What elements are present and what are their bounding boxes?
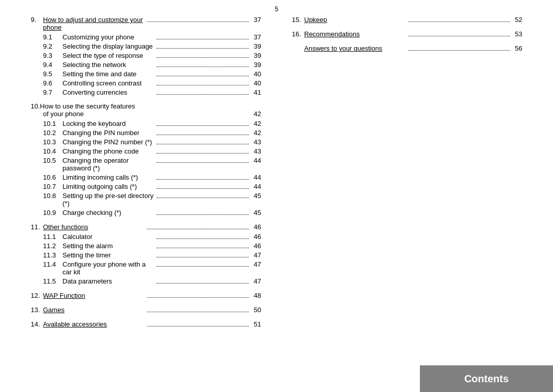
toc-sub-9-1: 9.1 Customizing your phone 37 <box>43 33 261 41</box>
sub-number-11-4: 11.4 <box>43 260 62 268</box>
sub-dots-10-9 <box>157 208 249 215</box>
sub-title-9-4: Selecting the network <box>62 61 155 69</box>
sub-number-9-2: 9.2 <box>43 42 62 50</box>
sub-page-10-6: 44 <box>251 173 261 181</box>
toc-sub-9-5: 9.5 Setting the time and date 40 <box>43 70 261 78</box>
sub-page-9-6: 40 <box>251 79 261 87</box>
toc-entry-10: 10. How to use the security features of … <box>31 102 261 118</box>
page-container: 5 9. How to adjust and customize your ph… <box>0 0 553 392</box>
sub-number-9-5: 9.5 <box>43 70 62 78</box>
sub-number-10-6: 10.6 <box>43 173 62 181</box>
toc-sub-entries-10: 10.1 Locking the keyboard 42 10.2 Changi… <box>31 119 261 216</box>
toc-sub-11-3: 11.3 Setting the timer 47 <box>43 251 261 259</box>
toc-section-16: 16. Recommendations 53 <box>292 30 522 38</box>
toc-sub-10-7: 10.7 Limiting outgoing calls (*) 44 <box>43 182 261 190</box>
sub-page-11-3: 47 <box>251 251 261 259</box>
toc-sub-11-2: 11.2 Setting the alarm 46 <box>43 242 261 250</box>
sub-number-10-4: 10.4 <box>43 147 62 155</box>
entry-title-15: Upkeep <box>304 16 406 24</box>
entry-title-10-line1: How to use the security features <box>40 102 135 110</box>
toc-entry-11: 11. Other functions 46 <box>31 223 261 231</box>
sub-title-11-5: Data parameters <box>62 277 155 285</box>
entry-number-14: 14. <box>31 320 43 328</box>
toc-sub-11-1: 11.1 Calculator 46 <box>43 232 261 241</box>
toc-entry-answers: Answers to your questions 56 <box>292 44 522 52</box>
sub-dots-10-1 <box>157 119 249 126</box>
entry-page-10: 42 <box>254 110 261 118</box>
toc-sub-10-1: 10.1 Locking the keyboard 42 <box>43 119 261 127</box>
sub-number-11-2: 11.2 <box>43 242 62 250</box>
entry-page-9: 37 <box>251 16 261 24</box>
sub-title-10-2: Changing the PIN number <box>62 129 155 137</box>
sub-title-9-1: Customizing your phone <box>62 33 155 41</box>
sub-dots-9-6 <box>157 79 249 85</box>
sub-dots-9-4 <box>157 60 249 67</box>
left-column: 9. How to adjust and customize your phon… <box>0 0 276 392</box>
entry-dots-14 <box>147 320 249 326</box>
toc-section-10: 10. How to use the security features of … <box>31 102 261 216</box>
toc-entry-13: 13. Games 50 <box>31 306 261 314</box>
sub-page-9-1: 37 <box>251 33 261 41</box>
sub-title-9-6: Controlling screen contrast <box>62 79 155 87</box>
sub-page-10-2: 42 <box>251 129 261 137</box>
toc-entry-9: 9. How to adjust and customize your phon… <box>31 15 261 31</box>
entry-page-11: 46 <box>251 223 261 231</box>
sub-page-9-7: 41 <box>251 89 261 96</box>
sub-dots-10-2 <box>157 128 249 135</box>
sub-page-10-3: 43 <box>251 138 261 146</box>
toc-sub-11-5: 11.5 Data parameters 47 <box>43 277 261 285</box>
entry-title-12: WAP Function <box>43 292 145 299</box>
sub-title-9-2: Selecting the display language <box>62 42 155 50</box>
sub-number-9-4: 9.4 <box>43 61 62 69</box>
sub-page-10-7: 44 <box>251 183 261 190</box>
toc-section-11: 11. Other functions 46 11.1 Calculator 4… <box>31 223 261 285</box>
sub-number-10-5: 10.5 <box>43 157 62 164</box>
entry-title-13: Games <box>43 306 145 314</box>
sub-page-10-1: 42 <box>251 120 261 127</box>
entry-number-15: 15. <box>292 16 304 24</box>
sub-number-9-7: 9.7 <box>43 89 62 96</box>
entry-number-12: 12. <box>31 292 43 299</box>
toc-section-12: 12. WAP Function 48 <box>31 291 261 299</box>
toc-section-15: 15. Upkeep 52 <box>292 15 522 24</box>
entry-number-11: 11. <box>31 223 43 231</box>
toc-sub-9-6: 9.6 Controlling screen contrast 40 <box>43 79 261 87</box>
sub-dots-11-3 <box>157 251 249 257</box>
sub-page-10-8: 45 <box>251 192 261 200</box>
sub-title-10-3: Changing the PIN2 number (*) <box>62 138 155 146</box>
toc-sub-9-3: 9.3 Select the type of response 39 <box>43 51 261 59</box>
sub-page-11-4: 47 <box>251 260 261 268</box>
entry-dots-13 <box>147 306 249 312</box>
sub-number-10-3: 10.3 <box>43 138 62 146</box>
toc-sub-entries-11: 11.1 Calculator 46 11.2 Setting the alar… <box>31 232 261 285</box>
sub-number-9-6: 9.6 <box>43 79 62 87</box>
sub-title-9-3: Select the type of response <box>62 52 155 59</box>
sub-title-10-9: Charge checking (*) <box>62 209 155 216</box>
toc-section-9: 9. How to adjust and customize your phon… <box>31 15 261 96</box>
toc-sub-9-7: 9.7 Converting currencies 41 <box>43 88 261 96</box>
sub-page-11-1: 46 <box>251 233 261 241</box>
toc-sub-10-2: 10.2 Changing the PIN number 42 <box>43 128 261 137</box>
sub-page-10-5: 44 <box>251 157 261 164</box>
entry-title-answers: Answers to your questions <box>304 45 406 52</box>
toc-entry-10-line1: 10. How to use the security features <box>31 102 261 110</box>
entry-title-11: Other functions <box>43 223 145 231</box>
sub-page-9-4: 39 <box>251 61 261 69</box>
entry-page-16: 53 <box>512 30 522 38</box>
entry-dots-answers <box>408 44 510 51</box>
entry-dots-11 <box>147 223 249 229</box>
sub-page-9-2: 39 <box>251 42 261 50</box>
sub-number-10-1: 10.1 <box>43 120 62 127</box>
entry-title-9: How to adjust and customize your phone <box>43 16 145 31</box>
sub-title-11-1: Calculator <box>62 233 155 241</box>
entry-page-answers: 56 <box>512 45 522 52</box>
sub-number-11-5: 11.5 <box>43 277 62 285</box>
sub-number-9-1: 9.1 <box>43 33 62 41</box>
entry-page-15: 52 <box>512 16 522 24</box>
sub-dots-11-5 <box>157 277 249 284</box>
entry-number-16: 16. <box>292 30 304 38</box>
sub-dots-10-3 <box>157 138 249 144</box>
sub-page-10-9: 45 <box>251 209 261 216</box>
entry-title-10-line2: of your phone <box>43 110 254 118</box>
sub-dots-9-3 <box>157 51 249 58</box>
